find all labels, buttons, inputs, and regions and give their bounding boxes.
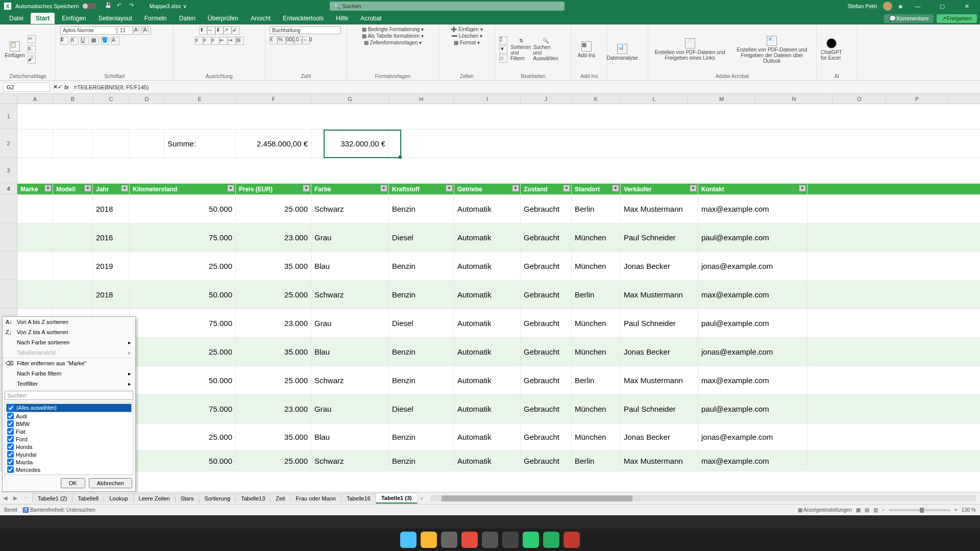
sort-za-item[interactable]: Z↓Von Z bis A sortieren	[3, 327, 135, 337]
cell-ort[interactable]: Berlin	[572, 195, 621, 223]
checkbox[interactable]	[7, 428, 14, 435]
cell-modell[interactable]	[53, 252, 93, 280]
currency-icon[interactable]: €	[270, 36, 278, 44]
cell-zust[interactable]: Gebraucht	[521, 451, 572, 471]
th-farbe[interactable]: Farbe▾	[311, 184, 389, 194]
tab-seitenlayout[interactable]: Seitenlayout	[93, 13, 137, 24]
autosave-toggle[interactable]: Automatisches Speichern	[15, 3, 96, 9]
filter-icon[interactable]: ▾	[227, 185, 234, 192]
col-header-a[interactable]: A	[17, 94, 53, 104]
th-kontakt[interactable]: Kontakt▾	[698, 184, 807, 194]
fill-color-icon[interactable]: 🪣	[101, 37, 109, 45]
th-zustand[interactable]: Zustand▾	[521, 184, 572, 194]
filename[interactable]: Mappe3.xlsx ∨	[150, 3, 187, 10]
th-preis[interactable]: Preis (EUR)▾	[236, 184, 311, 194]
align-center-icon[interactable]: ≡	[203, 37, 211, 45]
filter-item[interactable]: Mercedes	[6, 466, 132, 473]
checkbox[interactable]	[7, 459, 14, 465]
filter-icon[interactable]: ▾	[121, 185, 128, 192]
cell-getr[interactable]: Automatik	[454, 366, 521, 394]
save-icon[interactable]: 💾	[105, 2, 113, 10]
delete-cells-button[interactable]: ➖ Löschen ▾	[451, 33, 482, 39]
share-button[interactable]: ↗ Freigeben	[937, 14, 977, 23]
cancel-formula-icon[interactable]: ✕	[53, 84, 58, 90]
name-box[interactable]: G2	[3, 83, 50, 92]
orientation-icon[interactable]: ↗	[224, 27, 232, 35]
addins-button[interactable]: ▦Add-Ins	[576, 41, 597, 58]
cell-zust[interactable]: Gebraucht	[521, 366, 572, 394]
cell-getr[interactable]: Automatik	[454, 281, 521, 309]
close-button[interactable]: ✕	[958, 0, 976, 12]
windows-taskbar[interactable]	[0, 529, 980, 551]
decrease-font-icon[interactable]: A↓	[143, 27, 151, 35]
underline-icon[interactable]: U	[81, 37, 89, 45]
row-header[interactable]: 4	[0, 184, 17, 194]
enter-formula-icon[interactable]: ✓	[58, 84, 62, 90]
cut-icon[interactable]: ✂	[28, 35, 36, 43]
cell-getr[interactable]: Automatik	[454, 423, 521, 450]
checkbox[interactable]	[8, 405, 14, 411]
summe-total[interactable]: 2.458.000,00 €	[236, 130, 311, 158]
cell-marke[interactable]	[17, 281, 53, 309]
increase-font-icon[interactable]: A↑	[134, 27, 142, 35]
cell-modell[interactable]	[53, 281, 93, 309]
tab-hilfe[interactable]: Hilfe	[331, 13, 353, 24]
cell-marke[interactable]	[17, 223, 53, 252]
cell-zust[interactable]: Gebraucht	[521, 309, 572, 337]
tab-start[interactable]: Start	[31, 13, 55, 24]
cell-verk[interactable]: Paul Schneider	[621, 309, 698, 337]
filter-icon[interactable]: ▾	[84, 185, 91, 192]
format-table-button[interactable]: ▦ Als Tabelle formatieren ▾	[362, 33, 424, 39]
th-km[interactable]: Kilometerstand▾	[130, 184, 236, 194]
search-box[interactable]: 🔍 Suchen	[330, 2, 565, 11]
find-select-button[interactable]: 🔍Suchen und Auswählen	[535, 38, 556, 61]
cell-zust[interactable]: Gebraucht	[521, 281, 572, 309]
page-layout-icon[interactable]: ▤	[865, 507, 869, 513]
clear-icon[interactable]: ◇	[499, 55, 507, 63]
col-header-c[interactable]: C	[93, 94, 130, 104]
cell-preis[interactable]: 23.000	[236, 395, 311, 423]
formula-input[interactable]: =TEILERGEBNIS(9; F5:F145)	[71, 84, 980, 90]
filter-ok-button[interactable]: OK	[61, 478, 85, 488]
maximize-button[interactable]: ▢	[933, 0, 951, 12]
fill-icon[interactable]: ▼	[499, 45, 507, 54]
summe-filtered[interactable]: 332.000,00 €	[311, 130, 389, 158]
horizontal-scrollbar[interactable]	[430, 495, 976, 502]
italic-icon[interactable]: K	[70, 37, 79, 45]
th-standort[interactable]: Standort▾	[572, 184, 621, 194]
col-header-g[interactable]: G	[311, 94, 389, 104]
decimal-inc-icon[interactable]: .0→	[294, 36, 302, 44]
filter-item-all[interactable]: (Alles auswählen)	[6, 404, 132, 412]
cell-kontakt[interactable]: max@example.com	[698, 195, 807, 223]
tab-entwicklertools[interactable]: Entwicklertools	[278, 13, 329, 24]
cell-preis[interactable]: 25.000	[236, 451, 311, 471]
comments-button[interactable]: 💬 Kommentare	[884, 14, 934, 23]
cell-marke[interactable]	[17, 252, 53, 280]
sort-az-item[interactable]: A↓Von A bis Z sortieren	[3, 317, 135, 327]
checkbox[interactable]	[7, 413, 14, 419]
cell-farbe[interactable]: Blau	[311, 423, 389, 450]
cell-verk[interactable]: Paul Schneider	[621, 223, 698, 252]
row-header[interactable]	[0, 223, 17, 252]
filter-icon[interactable]: ▾	[799, 185, 806, 192]
cell-km[interactable]: 75.000	[130, 309, 236, 337]
filter-item[interactable]: Ford	[6, 435, 132, 443]
cell-kraft[interactable]: Benzin	[389, 451, 454, 471]
filter-item[interactable]: BMW	[6, 420, 132, 428]
paste-button[interactable]: 📋Einfügen	[4, 41, 26, 58]
sheet-tab[interactable]: Leere Zeilen	[133, 493, 176, 503]
col-header-l[interactable]: L	[621, 94, 688, 104]
tab-einfuegen[interactable]: Einfügen	[57, 13, 91, 24]
cell-verk[interactable]: Max Mustermann	[621, 366, 698, 394]
cell-kraft[interactable]: Benzin	[389, 423, 454, 450]
font-name-select[interactable]: Aptos Narrow	[60, 27, 116, 35]
display-settings-button[interactable]: ▦ Anzeigeeinstellungen	[798, 507, 852, 513]
cell-getr[interactable]: Automatik	[454, 309, 521, 337]
cond-format-button[interactable]: ▦ Bedingte Formatierung ▾	[362, 27, 424, 32]
filter-item[interactable]: Fiat	[6, 428, 132, 435]
merge-icon[interactable]: ⊞	[236, 37, 244, 45]
zoom-level[interactable]: 130 %	[962, 507, 976, 513]
col-header-f[interactable]: F	[236, 94, 311, 104]
cell-farbe[interactable]: Schwarz	[311, 195, 389, 223]
tab-formeln[interactable]: Formeln	[139, 13, 172, 24]
